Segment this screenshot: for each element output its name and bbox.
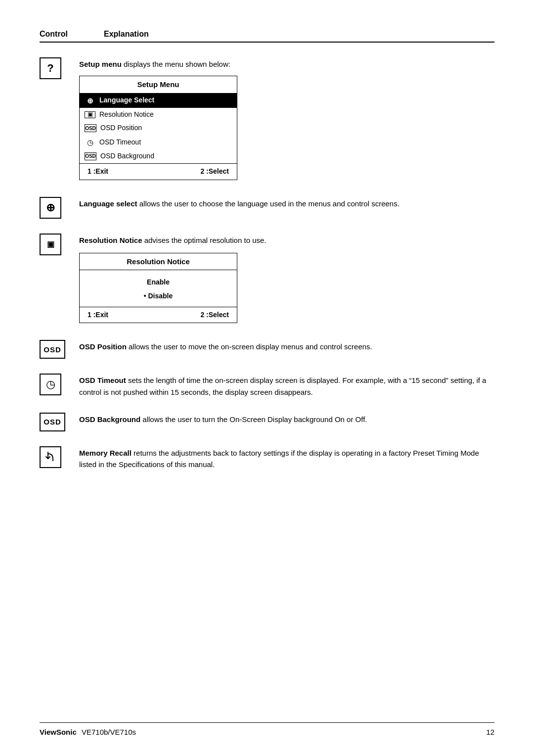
osd-position-row: OSD OSD Position allows the user to move… — [40, 339, 494, 359]
osd-position-icon-small: OSD — [85, 124, 96, 132]
resolution-notice-exit: 1 :Exit — [88, 310, 108, 321]
recall-svg-icon — [43, 450, 58, 465]
setup-menu-exit: 1 :Exit — [88, 166, 108, 177]
osd-background-icon-cell: OSD — [40, 412, 79, 431]
resolution-icon-cell: ▣ — [40, 233, 79, 255]
resolution-notice-select: 2 :Select — [200, 310, 229, 321]
resolution-notice-title: Resolution Notice — [80, 253, 237, 270]
osd-timeout-row: ◷ OSD Timeout sets the length of time th… — [40, 373, 494, 398]
monitor-icon: ▣ — [40, 234, 61, 255]
recall-icon — [40, 446, 61, 468]
language-select-icon: ⊕ — [85, 95, 95, 106]
resolution-row: ▣ Resolution Notice advises the optimal … — [40, 233, 494, 326]
setup-icon-cell: ? — [40, 56, 79, 79]
resolution-enable-label: Enable — [80, 277, 237, 288]
osd-position-description: OSD Position allows the user to move the… — [79, 339, 494, 352]
memory-recall-description: Memory Recall returns the adjustments ba… — [79, 445, 494, 471]
setup-menu-item-resolution[interactable]: ▣ Resolution Notice — [80, 108, 237, 122]
setup-menu-item-osd-timeout[interactable]: ◷ OSD Timeout — [80, 135, 237, 149]
memory-recall-text: Memory Recall returns the adjustments ba… — [79, 449, 479, 469]
language-row: ⊕ Language select allows the user to cho… — [40, 196, 494, 219]
header: Control Explanation — [40, 30, 494, 43]
header-control-label: Control — [40, 30, 84, 39]
memory-recall-icon-cell — [40, 445, 79, 468]
osd-background-description: OSD Background allows the user to turn t… — [79, 412, 494, 425]
resolution-disable-label: • Disable — [80, 291, 237, 302]
setup-menu-resolution-label: Resolution Notice — [99, 109, 154, 120]
header-explanation-label: Explanation — [104, 30, 149, 39]
osd-background-text: OSD Background allows the user to turn t… — [79, 415, 367, 424]
language-text: Language select allows the user to choos… — [79, 199, 400, 208]
setup-menu-item-language[interactable]: ⊕ Language Select — [80, 94, 237, 108]
footer-brand-model: ViewSonic VE710b/VE710s — [40, 728, 136, 736]
footer-model: VE710b/VE710s — [82, 728, 136, 736]
footer-page-number: 12 — [486, 728, 494, 736]
osd-background-icon-small: OSD — [85, 152, 96, 160]
language-icon-cell: ⊕ — [40, 196, 79, 219]
setup-menu-title: Setup Menu — [80, 76, 237, 93]
osd-background-icon: OSD — [40, 413, 65, 431]
resolution-text: Resolution Notice advises the optimal re… — [79, 236, 267, 244]
osd-position-text: OSD Position allows the user to move the… — [79, 342, 372, 351]
setup-menu-language-label: Language Select — [99, 95, 154, 106]
resolution-notice-body: Enable • Disable — [80, 270, 237, 306]
setup-menu-osd-timeout-label: OSD Timeout — [99, 137, 141, 148]
osd-timeout-description: OSD Timeout sets the length of time the … — [79, 373, 494, 398]
page-footer: ViewSonic VE710b/VE710s 12 — [40, 722, 494, 736]
osd-background-row: OSD OSD Background allows the user to tu… — [40, 412, 494, 431]
memory-recall-row: Memory Recall returns the adjustments ba… — [40, 445, 494, 471]
resolution-notice-table: Resolution Notice Enable • Disable 1 :Ex… — [79, 253, 237, 323]
setup-menu-select: 2 :Select — [200, 166, 229, 177]
osd-timeout-text: OSD Timeout sets the length of time the … — [79, 376, 486, 396]
resolution-notice-icon-small: ▣ — [85, 111, 95, 118]
osd-timeout-icon-cell: ◷ — [40, 373, 79, 395]
osd-timeout-icon-small: ◷ — [85, 137, 95, 148]
resolution-notice-footer: 1 :Exit 2 :Select — [80, 307, 237, 323]
footer-brand: ViewSonic — [40, 728, 77, 736]
globe-icon: ⊕ — [40, 197, 61, 219]
setup-menu-table: Setup Menu ⊕ Language Select ▣ Resolutio… — [79, 76, 237, 180]
osd-position-icon-cell: OSD — [40, 339, 79, 359]
setup-description: Setup menu displays the menu shown below… — [79, 56, 494, 182]
resolution-description: Resolution Notice advises the optimal re… — [79, 233, 494, 326]
setup-menu-osd-background-label: OSD Background — [100, 151, 154, 162]
setup-menu-item-osd-position[interactable]: OSD OSD Position — [80, 121, 237, 135]
clock-icon: ◷ — [40, 374, 61, 395]
question-icon: ? — [40, 57, 61, 79]
osd-position-icon: OSD — [40, 340, 65, 359]
page: Control Explanation ? Setup menu display… — [0, 0, 534, 756]
setup-menu-osd-position-label: OSD Position — [100, 123, 142, 134]
setup-menu-footer: 1 :Exit 2 :Select — [80, 163, 237, 180]
setup-row: ? Setup menu displays the menu shown bel… — [40, 56, 494, 182]
setup-text: Setup menu displays the menu shown below… — [79, 60, 230, 68]
language-description: Language select allows the user to choos… — [79, 196, 494, 209]
setup-menu-item-osd-background[interactable]: OSD OSD Background — [80, 149, 237, 163]
